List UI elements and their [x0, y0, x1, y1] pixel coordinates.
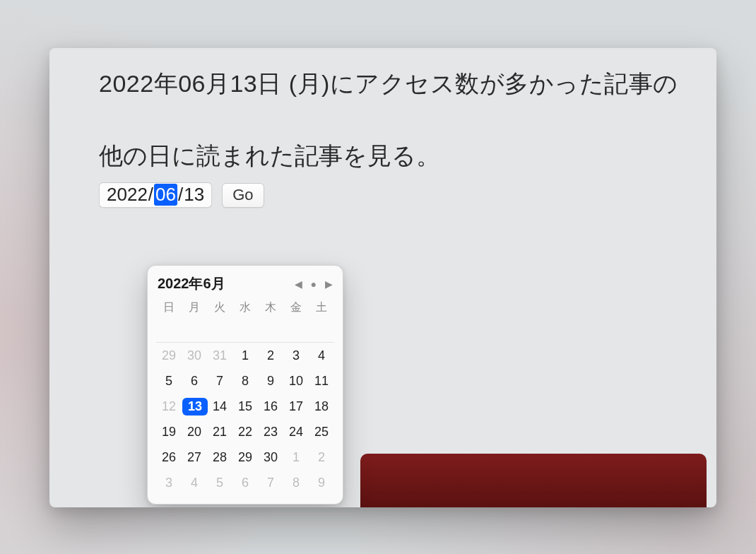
calendar-day[interactable]: 29 [232, 444, 258, 470]
date-picker-popover: 2022年6月 ◀ ● ▶ 日月火水木金土 293031123456789101… [147, 265, 343, 505]
calendar-day[interactable]: 14 [207, 394, 232, 419]
calendar-day[interactable]: 1 [283, 444, 309, 470]
calendar-day[interactable]: 2 [258, 343, 283, 369]
date-separator: / [148, 184, 154, 206]
calendar-day[interactable]: 30 [258, 444, 283, 470]
calendar-day[interactable]: 5 [207, 470, 232, 495]
calendar-day[interactable]: 30 [182, 343, 207, 369]
weekday-header: 日 [156, 297, 182, 318]
date-input[interactable]: 2022 / 06 / 13 [99, 182, 212, 208]
browser-content-window: カーへの公平な支払い 2022年06月13日 (月)にアクセス数が多かった記事の… [49, 48, 716, 507]
calendar-day[interactable]: 12 [156, 394, 182, 419]
calendar-day[interactable]: 3 [156, 470, 182, 495]
weekday-header: 水 [232, 297, 258, 318]
calendar-day[interactable]: 10 [283, 368, 309, 394]
calendar-day[interactable]: 31 [207, 343, 232, 369]
date-picker-nav: ◀ ● ▶ [295, 279, 333, 289]
weekday-header: 土 [309, 297, 334, 318]
calendar-day[interactable]: 21 [207, 419, 232, 444]
calendar-row: 19202122232425 [156, 419, 334, 444]
calendar-day[interactable]: 6 [182, 368, 207, 394]
page-subline: 他の日に読まれた記事を見る。 [99, 140, 716, 172]
calendar-day[interactable]: 26 [156, 444, 182, 470]
calendar-row: 3456789 [156, 470, 334, 495]
calendar-day[interactable]: 9 [309, 470, 334, 495]
calendar-day[interactable]: 9 [258, 368, 283, 394]
calendar-day[interactable]: 27 [182, 444, 207, 470]
calendar-row: 12131415161718 [156, 394, 334, 419]
calendar-day[interactable]: 4 [182, 470, 207, 495]
calendar-day[interactable]: 1 [232, 343, 258, 369]
bottom-banner [360, 454, 707, 507]
date-picker-header: 2022年6月 ◀ ● ▶ [156, 273, 334, 297]
calendar-day[interactable]: 17 [283, 394, 309, 419]
weekday-header: 木 [258, 297, 283, 318]
calendar-day[interactable]: 7 [258, 470, 283, 495]
date-separator: / [177, 184, 184, 206]
calendar-day[interactable]: 6 [232, 470, 258, 495]
page-heading: 2022年06月13日 (月)にアクセス数が多かった記事の [99, 68, 716, 100]
date-controls: 2022 / 06 / 13 Go [99, 182, 716, 208]
calendar-day[interactable]: 22 [232, 419, 258, 444]
calendar-day[interactable]: 24 [283, 419, 309, 444]
today-dot-icon[interactable]: ● [311, 279, 317, 289]
prev-month-icon[interactable]: ◀ [295, 279, 302, 289]
weekday-header: 火 [207, 297, 232, 318]
date-picker-grid: 日月火水木金土 29303112345678910111213141516171… [156, 297, 334, 495]
calendar-row: 262728293012 [156, 444, 334, 470]
calendar-day[interactable]: 19 [156, 419, 182, 444]
calendar-day[interactable]: 28 [207, 444, 232, 470]
date-picker-title: 2022年6月 [158, 274, 225, 293]
weekday-header: 月 [182, 297, 207, 318]
calendar-day[interactable]: 2 [309, 444, 334, 470]
calendar-day[interactable]: 4 [309, 343, 334, 369]
go-button[interactable]: Go [222, 183, 264, 208]
calendar-row: 567891011 [156, 368, 334, 394]
calendar-day[interactable]: 3 [283, 343, 309, 369]
weekday-header: 金 [283, 297, 309, 318]
calendar-day[interactable]: 16 [258, 394, 283, 419]
date-day-segment[interactable]: 13 [184, 184, 204, 206]
calendar-day[interactable]: 8 [232, 368, 258, 394]
calendar-day[interactable]: 5 [156, 368, 182, 394]
calendar-day[interactable]: 11 [309, 368, 334, 394]
calendar-day[interactable]: 29 [156, 343, 182, 369]
calendar-day[interactable]: 25 [309, 419, 334, 444]
page-content: 2022年06月13日 (月)にアクセス数が多かった記事の 他の日に読まれた記事… [99, 68, 716, 208]
calendar-day[interactable]: 20 [182, 419, 207, 444]
calendar-day[interactable]: 23 [258, 419, 283, 444]
date-year-segment[interactable]: 2022 [107, 184, 148, 206]
next-month-icon[interactable]: ▶ [325, 279, 333, 289]
calendar-day[interactable]: 18 [309, 394, 334, 419]
calendar-day[interactable]: 13 [182, 394, 207, 419]
calendar-day[interactable]: 8 [283, 470, 309, 495]
calendar-day[interactable]: 15 [232, 394, 258, 419]
calendar-row: 2930311234 [156, 343, 334, 369]
calendar-day[interactable]: 7 [207, 368, 232, 394]
date-month-segment[interactable]: 06 [154, 184, 177, 206]
weekday-header-row: 日月火水木金土 [156, 297, 334, 318]
